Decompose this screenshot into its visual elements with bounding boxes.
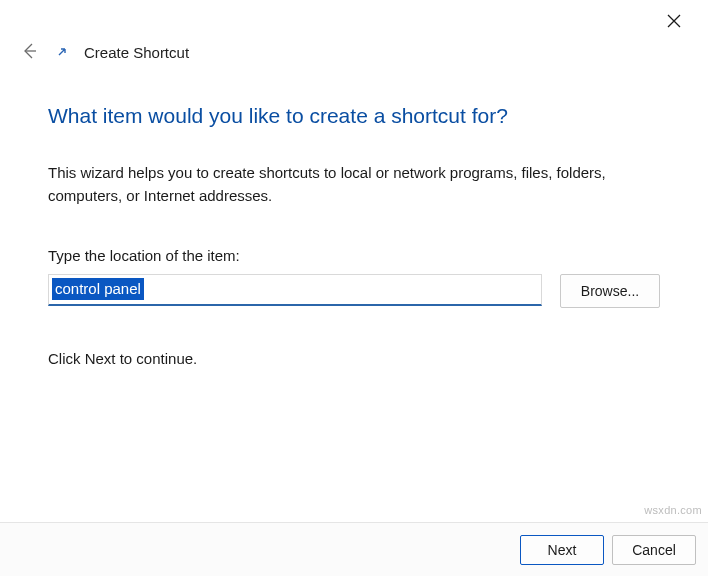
wizard-heading: What item would you like to create a sho… [48,104,660,128]
location-input[interactable] [48,274,542,306]
create-shortcut-dialog: Create Shortcut What item would you like… [0,0,708,576]
wizard-hint: Click Next to continue. [48,350,660,367]
dialog-footer: Next Cancel [0,522,708,576]
content-area: What item would you like to create a sho… [48,104,660,367]
wizard-description: This wizard helps you to create shortcut… [48,162,660,207]
back-button[interactable] [18,41,40,63]
back-arrow-icon [20,42,38,63]
close-button[interactable] [654,8,694,36]
shortcut-arrow-icon [54,44,70,60]
location-row: control panel Browse... [48,274,660,308]
watermark-text: wsxdn.com [644,504,702,516]
header-bar: Create Shortcut [18,40,690,64]
close-icon [667,14,681,31]
location-label: Type the location of the item: [48,247,660,264]
location-input-wrap: control panel [48,274,542,308]
cancel-button[interactable]: Cancel [612,535,696,565]
browse-button[interactable]: Browse... [560,274,660,308]
dialog-title: Create Shortcut [84,44,189,61]
next-button[interactable]: Next [520,535,604,565]
